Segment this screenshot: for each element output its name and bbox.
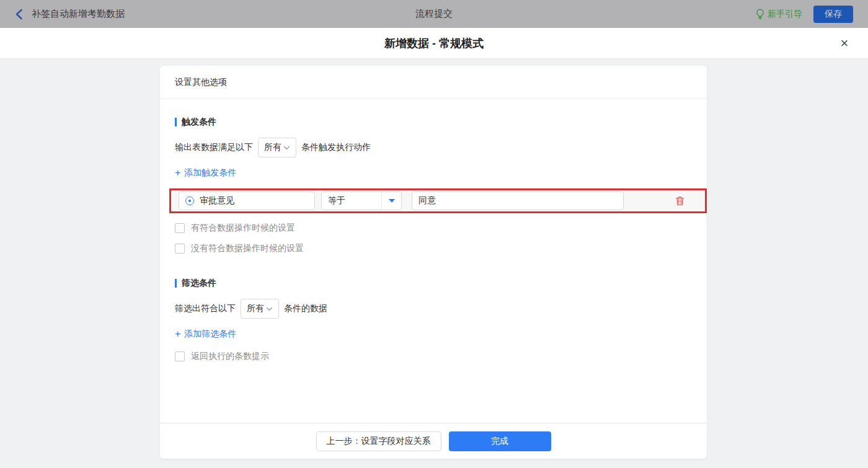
chevron-down-icon [283, 146, 290, 150]
trigger-match-select-value: 所有 [264, 142, 281, 153]
condition-value-input[interactable] [412, 192, 624, 210]
condition-field-label: 审批意见 [200, 195, 234, 206]
lightbulb-icon [756, 9, 764, 19]
checkbox-icon[interactable] [175, 351, 185, 361]
trigger-match-select[interactable]: 所有 [258, 138, 296, 157]
topbar: 补签自动新增考勤数据 流程提交 新手引导 保存 [0, 0, 868, 28]
modal-body: 设置其他选项 触发条件 输出表数据满足以下 所有 条件触发执行动作 + 添 [0, 59, 868, 468]
finish-button[interactable]: 完成 [449, 431, 551, 451]
section-accent-bar [175, 118, 177, 126]
modal-header: 新增数据 - 常规模式 × [0, 28, 868, 59]
filter-match-select[interactable]: 所有 [241, 299, 279, 319]
annotation-highlight: 审批意见 等于 [169, 188, 707, 213]
triangle-down-icon [389, 199, 395, 203]
back-button[interactable] [15, 9, 23, 20]
filter-sentence-suffix: 条件的数据 [284, 303, 327, 314]
checkbox-icon[interactable] [175, 223, 185, 233]
add-trigger-condition-link[interactable]: + 添加触发条件 [175, 167, 236, 179]
workflow-title: 补签自动新增考勤数据 [32, 8, 125, 20]
chevron-left-icon [15, 9, 23, 20]
condition-operator-label: 等于 [322, 195, 381, 206]
filter-match-sentence: 筛选出符合以下 所有 条件的数据 [175, 299, 692, 319]
panel-header: 设置其他选项 [160, 66, 707, 99]
condition-operator-select[interactable]: 等于 [321, 192, 402, 210]
add-filter-condition-link[interactable]: + 添加筛选条件 [175, 329, 236, 340]
save-button[interactable]: 保存 [813, 6, 853, 23]
trash-icon [675, 196, 684, 206]
modal-title: 新增数据 - 常规模式 [384, 36, 484, 51]
plus-icon: + [175, 330, 180, 338]
close-icon[interactable]: × [836, 35, 853, 52]
checkbox-icon[interactable] [175, 244, 185, 254]
filter-section-title: 筛选条件 [175, 278, 692, 289]
filter-sentence-prefix: 筛选出符合以下 [175, 303, 236, 314]
options-panel: 设置其他选项 触发条件 输出表数据满足以下 所有 条件触发执行动作 + 添 [160, 66, 707, 459]
condition-field-select[interactable]: 审批意见 [179, 192, 315, 210]
panel-body: 触发条件 输出表数据满足以下 所有 条件触发执行动作 + 添加触发条件 [160, 99, 707, 423]
topbar-center-title: 流程提交 [0, 8, 868, 20]
option-without-match[interactable]: 没有符合数据操作时候的设置 [175, 243, 304, 254]
option-count-hint[interactable]: 返回执行的条数提示 [175, 351, 269, 362]
beginner-guide-link[interactable]: 新手引导 [756, 9, 802, 20]
chevron-down-icon [266, 307, 273, 311]
beginner-guide-label: 新手引导 [768, 9, 802, 20]
plus-icon: + [175, 169, 180, 177]
radio-option-icon [185, 196, 194, 205]
trigger-match-sentence: 输出表数据满足以下 所有 条件触发执行动作 [175, 138, 692, 157]
trigger-section-title: 触发条件 [175, 117, 692, 128]
previous-step-button[interactable]: 上一步：设置字段对应关系 [316, 431, 441, 451]
section-accent-bar [175, 279, 177, 288]
delete-condition-button[interactable] [675, 196, 684, 206]
operator-caret-zone[interactable] [381, 192, 401, 210]
trigger-sentence-prefix: 输出表数据满足以下 [175, 142, 253, 153]
option-with-match[interactable]: 有符合数据操作时候的设置 [175, 223, 295, 234]
filter-match-select-value: 所有 [247, 303, 264, 314]
panel-footer: 上一步：设置字段对应关系 完成 [160, 423, 707, 459]
trigger-condition-row: 审批意见 等于 [171, 190, 705, 211]
trigger-sentence-suffix: 条件触发执行动作 [301, 142, 371, 153]
